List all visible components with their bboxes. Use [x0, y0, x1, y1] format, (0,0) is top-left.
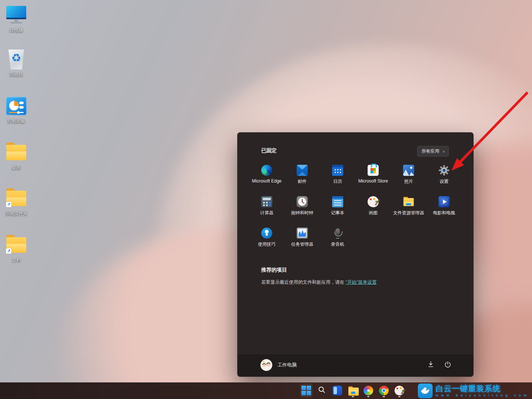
- search-icon: [317, 385, 326, 396]
- control-panel-icon: [5, 95, 27, 117]
- app-tile-voice-recorder[interactable]: 录音机: [320, 224, 355, 256]
- power-button[interactable]: [443, 360, 453, 370]
- paint-palette-icon: [395, 386, 404, 395]
- folder-shortcut-icon: ↗: [5, 188, 27, 209]
- chrome-taskbar-button[interactable]: [378, 383, 390, 398]
- movies-tv-icon: [439, 196, 450, 207]
- desktop-icon-label: 文档: [12, 258, 21, 263]
- shortcut-arrow-icon: ↗: [6, 202, 11, 207]
- bird-logo-icon: [418, 383, 433, 398]
- app-tile-mail[interactable]: 邮件: [284, 161, 320, 193]
- all-apps-button[interactable]: 所有应用 ›: [417, 146, 449, 157]
- app-tile-settings[interactable]: 设置: [426, 161, 462, 193]
- recommended-section-header: 推荐的项目: [261, 267, 287, 273]
- photos-taskbar-button[interactable]: [362, 383, 375, 398]
- store-icon: [368, 165, 379, 176]
- all-apps-label: 所有应用: [422, 148, 439, 154]
- paint-palette-icon: [368, 196, 379, 207]
- folder-shortcut-icon: ↗: [5, 234, 27, 256]
- user-name: 工作电脑: [277, 362, 297, 368]
- file-explorer-icon: [403, 196, 414, 207]
- folder-icon: [5, 142, 27, 163]
- watermark: 白云一键重装系统 w w w . b a i y u n x i t o n g…: [418, 383, 528, 398]
- download-icon: [427, 360, 435, 370]
- paint-taskbar-button[interactable]: [393, 383, 406, 398]
- download-updates-button[interactable]: [426, 360, 436, 370]
- app-tile-notepad[interactable]: 记事本: [320, 193, 355, 224]
- search-button[interactable]: [316, 383, 328, 398]
- watermark-title: 白云一键重装系统: [436, 385, 501, 392]
- app-tile-photos[interactable]: 照片: [391, 161, 426, 193]
- lightbulb-icon: [261, 228, 272, 239]
- app-tile-task-manager[interactable]: 任务管理器: [284, 224, 320, 256]
- file-explorer-icon: [348, 386, 358, 395]
- photos-icon: [403, 165, 414, 176]
- task-manager-icon: [297, 228, 308, 239]
- desktop-icon-desktop-folder[interactable]: 桌面: [1, 142, 32, 170]
- this-pc-icon: [5, 4, 27, 26]
- user-avatar: [260, 359, 272, 371]
- app-tile-file-explorer[interactable]: 文件资源管理器: [391, 193, 426, 224]
- shortcut-arrow-icon: ↗: [6, 248, 11, 254]
- desktop-icon-this-pc[interactable]: 此电脑: [1, 4, 32, 33]
- start-menu: 已固定 所有应用 › Microsoft Edge 邮件 日历 Microsof…: [237, 132, 474, 377]
- calendar-icon: [332, 165, 343, 176]
- file-explorer-taskbar-button[interactable]: [347, 383, 359, 398]
- edge-icon: [261, 165, 272, 176]
- running-indicator: [383, 396, 385, 397]
- chrome-icon: [379, 386, 389, 395]
- taskbar: 白云一键重装系统 w w w . b a i y u n x i t o n g…: [0, 382, 532, 399]
- settings-gear-icon: [439, 165, 450, 176]
- app-tile-paint[interactable]: 画图: [355, 193, 391, 224]
- desktop-icon-control-panel[interactable]: 控制面板: [1, 95, 32, 124]
- desktop-icon-documents-folder[interactable]: ↗ 文档: [1, 234, 32, 263]
- app-tile-microsoft-edge[interactable]: Microsoft Edge: [249, 161, 284, 193]
- running-indicator: [398, 396, 400, 397]
- clock-icon: [297, 196, 308, 207]
- recycle-bin-icon: ♻: [5, 49, 27, 70]
- app-tile-calculator[interactable]: 计算器: [249, 193, 284, 224]
- app-tile-movies-tv[interactable]: 电影和电视: [426, 193, 462, 224]
- app-tile-microsoft-store[interactable]: Microsoft Store: [355, 161, 391, 193]
- desktop-icon-recycle-bin[interactable]: ♻ 回收站: [1, 49, 32, 77]
- notepad-icon: [332, 196, 343, 207]
- pinned-apps-grid: Microsoft Edge 邮件 日历 Microsoft Store 照片: [249, 161, 462, 256]
- start-button[interactable]: [300, 383, 313, 398]
- windows-logo-icon: [301, 386, 311, 395]
- desktop-icon-label: 此电脑: [10, 28, 23, 33]
- desktop-icon-sample-folder[interactable]: ↗ 示例文件夹: [1, 188, 32, 216]
- watermark-url: w w w . b a i y u n x i t o n g . c o m: [436, 393, 528, 397]
- calculator-icon: [261, 196, 272, 207]
- app-tile-calendar[interactable]: 日历: [320, 161, 355, 193]
- running-indicator: [352, 396, 354, 397]
- mail-icon: [297, 165, 308, 176]
- app-tile-alarms-clock[interactable]: 闹钟和时钟: [284, 193, 320, 224]
- widgets-icon: [332, 386, 342, 395]
- pinned-section-header: 已固定: [261, 147, 277, 154]
- chevron-right-icon: ›: [443, 149, 444, 154]
- running-indicator: [367, 396, 369, 397]
- start-menu-footer: 工作电脑: [238, 354, 473, 376]
- desktop-icon-label: 控制面板: [7, 119, 25, 124]
- microphone-icon: [332, 228, 343, 239]
- desktop: 此电脑 ♻ 回收站 控制面板 桌面 ↗ 示例文件夹 ↗ 文: [0, 0, 532, 399]
- power-icon: [444, 360, 452, 370]
- photos-pinwheel-icon: [364, 386, 373, 395]
- start-settings-link[interactable]: "开始"菜单设置: [345, 280, 376, 285]
- widgets-button[interactable]: [331, 383, 344, 398]
- user-account-button[interactable]: 工作电脑: [260, 359, 297, 371]
- desktop-icon-label: 桌面: [12, 165, 21, 170]
- app-tile-tips[interactable]: 使用技巧: [249, 224, 284, 256]
- recommended-hint-text: 若要显示最近使用的文件和新应用，请在 "开始"菜单设置: [261, 279, 376, 286]
- desktop-icon-label: 回收站: [10, 72, 23, 77]
- desktop-icon-label: 示例文件夹: [5, 211, 27, 216]
